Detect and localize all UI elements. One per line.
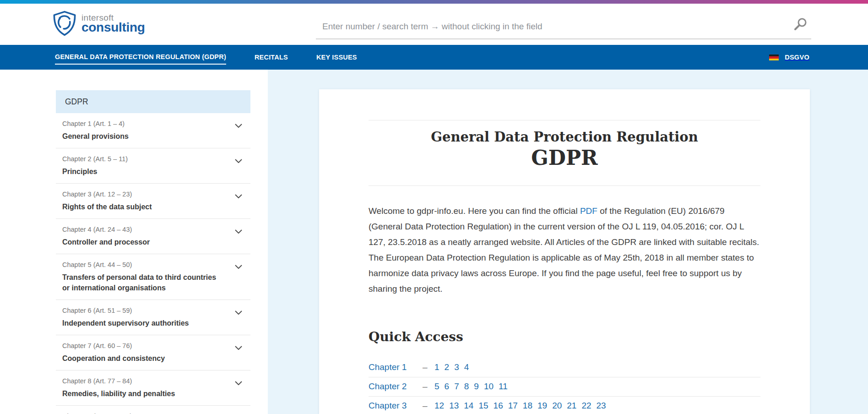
- intro-paragraph: Welcome to gdpr-info.eu. Here you can fi…: [369, 203, 760, 297]
- dash-separator: –: [423, 362, 434, 372]
- chevron-down-icon: [235, 194, 242, 198]
- article-links: 567891011: [434, 381, 513, 392]
- quick-access-article-link[interactable]: 23: [597, 401, 606, 410]
- chapter-label: Chapter 3 (Art. 12 – 23): [62, 190, 235, 199]
- quick-access-article-link[interactable]: 21: [567, 401, 576, 410]
- quick-access-row-chapter-3: Chapter 3 – 121314151617181920212223: [369, 397, 760, 414]
- quick-access-article-link[interactable]: 17: [508, 401, 518, 410]
- chapter-title: Cooperation and consistency: [62, 353, 235, 364]
- quick-access-article-link[interactable]: 10: [484, 381, 494, 391]
- chapter-label: Chapter 9 (Art. 85 – 91): [62, 412, 235, 414]
- chevron-down-icon: [235, 159, 242, 163]
- logo[interactable]: intersoft consulting: [51, 10, 145, 37]
- search-input[interactable]: [316, 22, 793, 32]
- main-content-card: General Data Protection Regulation GDPR …: [319, 89, 810, 414]
- sidebar-item-chapter-3[interactable]: Chapter 3 (Art. 12 – 23) Rights of the d…: [56, 184, 250, 219]
- quick-access-article-link[interactable]: 4: [464, 362, 469, 372]
- quick-access-article-link[interactable]: 6: [445, 381, 450, 391]
- quick-access-article-link[interactable]: 16: [494, 401, 503, 410]
- nav-item-gdpr[interactable]: GENERAL DATA PROTECTION REGULATION (GDPR…: [55, 50, 226, 65]
- quick-access-article-link[interactable]: 13: [449, 401, 459, 410]
- site-header: intersoft consulting: [0, 4, 868, 45]
- article-links: 121314151617181920212223: [434, 401, 611, 411]
- shield-swirl-icon: [51, 10, 78, 37]
- chapter-title: General provisions: [62, 131, 235, 142]
- quick-access-chapter-link[interactable]: Chapter 3: [369, 401, 423, 411]
- chevron-down-icon: [235, 265, 242, 269]
- quick-access-chapter-link[interactable]: Chapter 2: [369, 381, 423, 392]
- sidebar-item-chapter-4[interactable]: Chapter 4 (Art. 24 – 43) Controller and …: [56, 219, 250, 254]
- quick-access-article-link[interactable]: 2: [445, 362, 450, 372]
- chapter-title: Rights of the data subject: [62, 202, 235, 212]
- sidebar-item-chapter-7[interactable]: Chapter 7 (Art. 60 – 76) Cooperation and…: [56, 335, 250, 370]
- chapter-title: Principles: [62, 166, 235, 177]
- sidebar-item-chapter-5[interactable]: Chapter 5 (Art. 44 – 50) Transfers of pe…: [56, 254, 250, 300]
- chapter-label: Chapter 7 (Art. 60 – 76): [62, 341, 235, 350]
- sidebar-item-chapter-2[interactable]: Chapter 2 (Art. 5 – 11) Principles: [56, 148, 250, 184]
- chapter-label: Chapter 2 (Art. 5 – 11): [62, 154, 235, 163]
- quick-access-row-chapter-2: Chapter 2 – 567891011: [369, 377, 760, 397]
- chapter-label: Chapter 1 (Art. 1 – 4): [62, 119, 235, 128]
- chapter-label: Chapter 6 (Art. 51 – 59): [62, 306, 235, 315]
- page-title-gdpr: GDPR: [369, 146, 760, 170]
- search-bar: [316, 15, 811, 39]
- nav-item-recitals[interactable]: RECITALS: [255, 51, 288, 64]
- chevron-down-icon: [235, 229, 242, 234]
- chapter-title: Remedies, liability and penalties: [62, 388, 235, 399]
- page-title: General Data Protection Regulation: [369, 129, 760, 145]
- sidebar-title-gdpr[interactable]: GDPR: [56, 90, 250, 113]
- dash-separator: –: [423, 381, 434, 392]
- quick-access-article-link[interactable]: 14: [464, 401, 473, 410]
- quick-access-article-link[interactable]: 1: [434, 362, 439, 372]
- chevron-down-icon: [235, 124, 242, 128]
- divider: [369, 120, 760, 120]
- quick-access-article-link[interactable]: 8: [464, 381, 469, 391]
- sidebar-item-chapter-9[interactable]: Chapter 9 (Art. 85 – 91) Provisions rela…: [56, 406, 250, 414]
- magnifier-icon: [793, 16, 808, 32]
- chevron-down-icon: [235, 381, 242, 385]
- sidebar-item-chapter-6[interactable]: Chapter 6 (Art. 51 – 59) Independent sup…: [56, 300, 250, 335]
- quick-access-article-link[interactable]: 11: [499, 381, 508, 391]
- quick-access-article-link[interactable]: 22: [581, 401, 591, 410]
- quick-access-table: Chapter 1 – 1234 Chapter 2 – 567891011 C…: [369, 358, 760, 414]
- quick-access-row-chapter-1: Chapter 1 – 1234: [369, 358, 760, 377]
- quick-access-article-link[interactable]: 19: [537, 401, 547, 410]
- chapter-label: Chapter 8 (Art. 77 – 84): [62, 376, 235, 386]
- nav-item-key-issues[interactable]: KEY ISSUES: [316, 51, 357, 64]
- divider: [369, 185, 760, 186]
- chevron-down-icon: [235, 310, 242, 315]
- quick-access-chapter-link[interactable]: Chapter 1: [369, 362, 423, 372]
- logo-text-consulting: consulting: [81, 21, 145, 34]
- dash-separator: –: [423, 401, 434, 411]
- sidebar-item-chapter-8[interactable]: Chapter 8 (Art. 77 – 84) Remedies, liabi…: [56, 370, 250, 406]
- quick-access-article-link[interactable]: 5: [434, 381, 439, 391]
- german-flag-icon: [769, 54, 779, 60]
- chapter-title: Controller and processor: [62, 237, 235, 247]
- quick-access-heading: Quick Access: [369, 329, 760, 345]
- quick-access-article-link[interactable]: 18: [523, 401, 532, 410]
- chevron-down-icon: [235, 346, 242, 350]
- search-button[interactable]: [793, 16, 811, 37]
- sidebar-item-chapter-1[interactable]: Chapter 1 (Art. 1 – 4) General provision…: [56, 113, 250, 148]
- chapter-label: Chapter 5 (Art. 44 – 50): [62, 260, 235, 269]
- article-links: 1234: [434, 362, 474, 372]
- quick-access-article-link[interactable]: 9: [474, 381, 479, 391]
- quick-access-article-link[interactable]: 7: [454, 381, 459, 391]
- chapter-title: Transfers of personal data to third coun…: [62, 272, 235, 293]
- chapter-sidebar: GDPR Chapter 1 (Art. 1 – 4) General prov…: [56, 90, 250, 414]
- main-navigation: GENERAL DATA PROTECTION REGULATION (GDPR…: [0, 45, 868, 70]
- quick-access-article-link[interactable]: 3: [454, 362, 459, 372]
- chapter-title: Independent supervisory authorities: [62, 318, 235, 328]
- quick-access-article-link[interactable]: 20: [552, 401, 562, 410]
- top-gradient-bar: [0, 0, 868, 4]
- quick-access-article-link[interactable]: 15: [478, 401, 488, 410]
- language-switcher[interactable]: DSGVO: [769, 54, 809, 61]
- quick-access-article-link[interactable]: 12: [434, 401, 444, 410]
- language-label: DSGVO: [785, 54, 809, 61]
- pdf-link[interactable]: PDF: [580, 206, 597, 216]
- chapter-label: Chapter 4 (Art. 24 – 43): [62, 225, 235, 234]
